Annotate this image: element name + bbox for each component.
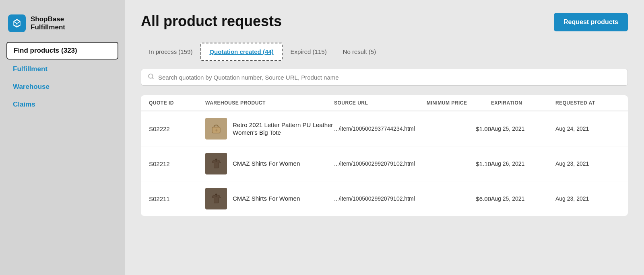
svg-point-5 [215,158,217,160]
requested-at-cell: Aug 23, 2021 [555,195,620,202]
product-requests-table: QUOTE IDWAREHOUSE PRODUCTSOURCE URLMINIM… [141,95,628,216]
tab-no-result[interactable]: No result (5) [335,43,384,60]
product-name: Retro 2021 Letter Pattern PU Leather Wom… [233,121,334,137]
tab-in-process[interactable]: In process (159) [141,43,200,60]
minimum-price-cell: $1.00 [427,125,491,132]
product-cell: CMAZ Shirts For Women [205,153,334,174]
sidebar-item-find-products[interactable]: Find products (323) [6,42,118,60]
request-products-button[interactable]: Request products [554,13,628,31]
product-name: CMAZ Shirts For Women [233,160,300,168]
source-url-cell: .../item/1005002937744234.html [334,125,427,132]
table-body: S02222 Retro 2021 Letter Pattern PU Leat… [141,111,628,216]
col-header-quote-id: QUOTE ID [149,100,205,106]
table-row[interactable]: S02211 CMAZ Shirts For Women.../item/100… [141,181,628,216]
source-url-cell: .../item/1005002992079102.html [334,195,427,202]
col-header-minimum-price: MINIMUM PRICE [427,100,491,106]
table-row[interactable]: S02222 Retro 2021 Letter Pattern PU Leat… [141,111,628,146]
logo-icon [8,14,26,32]
minimum-price-cell: $1.10 [427,160,491,167]
expiration-cell: Aug 25, 2021 [491,195,555,202]
expiration-cell: Aug 26, 2021 [491,160,555,167]
col-header-requested-at: REQUESTED AT [555,100,620,106]
search-bar [141,69,628,86]
page-title: All product requests [141,13,282,30]
sidebar-item-warehouse[interactable]: Warehouse [6,79,118,95]
product-cell: CMAZ Shirts For Women [205,188,334,209]
logo-text: ShopBase Fulfillment [31,15,65,32]
main-header: All product requests Request products [141,13,628,31]
product-cell: Retro 2021 Letter Pattern PU Leather Wom… [205,118,334,140]
product-thumbnail [205,153,227,174]
requested-at-cell: Aug 23, 2021 [555,160,620,167]
table-row[interactable]: S02212 CMAZ Shirts For Women.../item/100… [141,146,628,181]
sidebar-item-fulfillment[interactable]: Fulfillment [6,61,118,77]
requested-at-cell: Aug 24, 2021 [555,125,620,132]
search-icon [148,73,154,81]
quote-id-cell: S02222 [149,125,205,132]
sidebar: ShopBase Fulfillment Find products (323)… [0,0,125,275]
col-header-warehouse-product: WAREHOUSE PRODUCT [205,100,334,106]
sidebar-logo: ShopBase Fulfillment [0,8,125,42]
tab-quotation-created[interactable]: Quotation created (44) [200,43,282,61]
sidebar-item-claims[interactable]: Claims [6,96,118,113]
product-name: CMAZ Shirts For Women [233,195,300,203]
expiration-cell: Aug 25, 2021 [491,125,555,132]
quote-id-cell: S02211 [149,195,205,202]
product-thumbnail [205,188,227,209]
tabs-bar: In process (159)Quotation created (44)Ex… [141,43,628,61]
col-header-source-url: SOURCE URL [334,100,427,106]
svg-line-1 [152,78,153,79]
minimum-price-cell: $6.00 [427,195,491,202]
sidebar-navigation: Find products (323)FulfillmentWarehouseC… [0,42,125,113]
table-header: QUOTE IDWAREHOUSE PRODUCTSOURCE URLMINIM… [141,95,628,111]
search-input[interactable] [158,74,621,81]
tab-expired[interactable]: Expired (115) [283,43,335,60]
col-header-expiration: EXPIRATION [491,100,555,106]
quote-id-cell: S02212 [149,160,205,167]
main-content: All product requests Request products In… [125,0,644,275]
product-thumbnail [205,118,227,140]
svg-point-6 [215,193,217,195]
source-url-cell: .../item/1005002992079102.html [334,160,427,167]
